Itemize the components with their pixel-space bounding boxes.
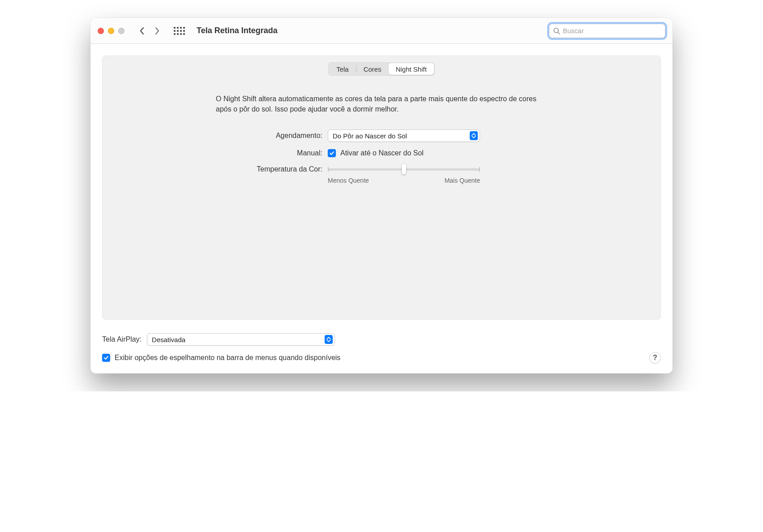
nav-arrows: [135, 24, 164, 38]
window-controls: [98, 28, 124, 34]
airplay-value: Desativada: [152, 336, 185, 343]
titlebar: Tela Retina Integrada: [90, 18, 673, 44]
preferences-window: Tela Retina Integrada Tela Cores Night S…: [90, 18, 673, 373]
slider-max-label: Mais Quente: [445, 177, 480, 184]
color-temp-slider[interactable]: [328, 164, 480, 174]
night-shift-description: O Night Shift altera automaticamente as …: [198, 94, 565, 114]
settings-panel: Tela Cores Night Shift O Night Shift alt…: [102, 56, 661, 320]
slider-thumb[interactable]: [402, 164, 406, 175]
search-field[interactable]: [549, 24, 665, 38]
updown-icon: [325, 335, 333, 344]
manual-checkbox-label: Ativar até o Nascer do Sol: [340, 149, 424, 157]
check-icon: [329, 150, 334, 156]
zoom-window-button: [118, 28, 124, 34]
schedule-popup[interactable]: Do Pôr ao Nascer do Sol: [328, 129, 480, 142]
schedule-label: Agendamento:: [216, 132, 328, 140]
color-temp-label: Temperatura da Cor:: [216, 164, 328, 173]
forward-button: [150, 24, 164, 38]
tab-night-shift[interactable]: Night Shift: [389, 63, 434, 75]
close-window-button[interactable]: [98, 28, 104, 34]
mirroring-checkbox[interactable]: [102, 354, 110, 362]
airplay-popup[interactable]: Desativada: [147, 333, 335, 346]
search-input[interactable]: [563, 27, 661, 34]
window-title: Tela Retina Integrada: [197, 26, 278, 35]
mirroring-checkbox-label: Exibir opções de espelhamento na barra d…: [115, 354, 340, 362]
tab-bar: Tela Cores Night Shift: [103, 56, 660, 76]
tab-tela[interactable]: Tela: [329, 63, 356, 75]
back-button[interactable]: [135, 24, 149, 38]
updown-icon: [470, 131, 478, 140]
tab-cores[interactable]: Cores: [356, 63, 389, 75]
manual-label: Manual:: [216, 149, 328, 157]
svg-line-1: [558, 32, 560, 34]
schedule-value: Do Pôr ao Nascer do Sol: [333, 132, 407, 140]
manual-checkbox[interactable]: [328, 149, 336, 157]
search-icon: [553, 27, 560, 34]
show-all-button[interactable]: [174, 27, 185, 35]
minimize-window-button[interactable]: [108, 28, 114, 34]
check-icon: [103, 355, 109, 360]
help-button[interactable]: ?: [649, 352, 661, 364]
slider-min-label: Menos Quente: [328, 177, 369, 184]
airplay-label: Tela AirPlay:: [102, 335, 141, 343]
